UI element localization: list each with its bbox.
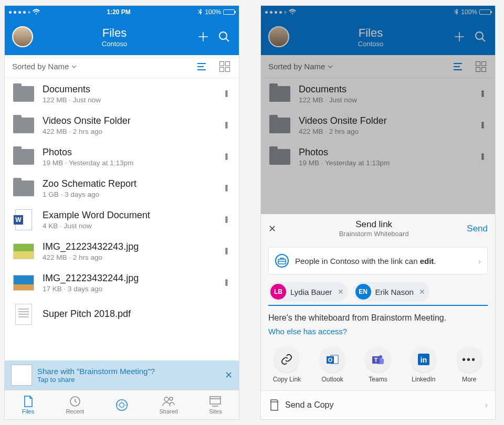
list-item[interactable]: IMG_21223432244.jpg17 KB · 3 days ago••• [5,267,239,299]
share-app-copylink[interactable]: Copy Link [268,346,306,383]
briefcase-icon [275,254,289,268]
banner-dismiss-button[interactable]: ✕ [225,369,233,381]
list-item[interactable]: Zoo Schematic Report1 GB · 3 days ago••• [5,173,239,204]
plus-icon [196,30,210,44]
chevron-down-icon [71,65,77,69]
file-list[interactable]: Documents122 MB · Just now••• Videos Ons… [5,78,239,390]
tab-files[interactable]: Files [5,390,51,419]
svg-text:T: T [374,357,378,363]
send-button[interactable]: Send [467,224,488,234]
avatar-initials: LB [270,284,286,300]
list-item[interactable]: Videos Onsite Folder422 MB · 2 hrs ago••… [5,110,239,141]
signal-dots [9,9,40,15]
battery-icon [223,9,235,15]
list-item[interactable]: IMG_21223432243.jpg422 MB · 2 hrs ago••• [5,236,239,267]
link-icon [274,346,300,373]
item-more-button[interactable]: ••• [221,91,232,97]
more-icon: ••• [456,346,482,373]
linkedin-icon: in [411,346,437,373]
view-grid-button[interactable] [218,60,232,73]
item-more-button[interactable]: ••• [221,185,232,192]
document-icon [15,304,32,325]
app-header: Files Contoso [5,18,239,55]
remove-chip-button[interactable]: ✕ [338,288,344,296]
list-item[interactable]: Super Pitch 2018.pdf [5,299,239,330]
who-has-access-link[interactable]: Who else has access? [261,327,495,341]
folder-icon [13,180,34,196]
add-button[interactable] [196,29,211,44]
people-icon [162,396,175,407]
view-list-button[interactable] [195,60,208,73]
svg-text:in: in [421,356,427,364]
camera-lens-icon [116,399,128,411]
banner-thumbnail [11,365,32,386]
search-button[interactable] [217,29,232,44]
bluetooth-icon [197,9,203,15]
filter-bar: Sorted by Name [5,55,239,78]
share-suggestion-banner[interactable]: Share with "Brainstorm Meeting"? Tap to … [5,360,239,390]
svg-rect-18 [271,402,278,410]
svg-point-0 [219,32,227,39]
item-more-button[interactable]: ••• [221,154,232,160]
share-app-outlook[interactable]: OOutlook [313,346,351,383]
outlook-icon: O [319,346,345,373]
item-more-button[interactable]: ••• [221,217,232,223]
item-more-button[interactable]: ••• [221,248,232,254]
file-icon [22,396,35,407]
recipient-chips: LB Lydia Bauer ✕ EN Erik Nason ✕ [261,279,495,305]
share-app-more[interactable]: •••More [450,346,488,383]
folder-icon [13,86,34,102]
recipient-chip[interactable]: LB Lydia Bauer ✕ [268,282,348,302]
list-item[interactable]: Example Word Document4 KB · Just now••• [5,204,239,236]
header-title: Files [39,26,190,40]
list-view-icon [195,62,208,71]
profile-avatar[interactable] [12,26,33,47]
word-doc-icon [15,209,32,230]
list-item[interactable]: Photos19 MB · Yesterday at 1:13pm••• [5,141,239,173]
phone-right-share-sheet: 100% FilesContoso Sorted by Name Documen… [260,5,496,420]
wifi-icon [33,9,40,15]
status-bar: 1:20 PM 100% [5,6,239,18]
message-text[interactable]: Here's the whiteboard from Brainstorm Me… [261,306,495,327]
folder-icon [13,118,34,133]
battery-percent: 100% [205,8,221,16]
folder-icon [13,149,34,165]
list-item[interactable]: Documents122 MB · Just now••• [5,78,239,110]
bottom-tab-bar: Files Recent Shared Sites [5,390,239,419]
sort-selector[interactable]: Sorted by Name [12,62,77,71]
link-permissions-button[interactable]: People in Contoso with the link can edit… [268,247,488,274]
sheet-subtitle: Brainstorm Whiteboard [281,230,467,238]
remove-chip-button[interactable]: ✕ [419,288,425,296]
svg-point-4 [164,397,169,401]
share-app-linkedin[interactable]: inLinkedIn [405,346,443,383]
item-more-button[interactable]: ••• [221,122,232,129]
image-icon [13,243,34,259]
share-app-teams[interactable]: TTeams [359,346,397,383]
phone-left-files-view: 1:20 PM 100% Files Contoso Sorted by Nam… [4,5,239,420]
send-a-copy-button[interactable]: Send a Copy › [261,390,495,419]
sheet-close-button[interactable]: ✕ [268,223,281,235]
svg-rect-6 [210,397,220,404]
clock-icon [69,396,81,407]
share-apps-row: Copy Link OOutlook TTeams inLinkedIn •••… [261,341,495,390]
avatar-initials: EN [355,284,371,300]
chevron-right-icon: › [485,400,488,410]
tab-recent[interactable]: Recent [51,390,98,419]
tab-sites[interactable]: Sites [192,390,239,419]
tab-shared[interactable]: Shared [145,390,192,419]
teams-icon: T [365,346,391,373]
svg-text:O: O [328,357,333,363]
grid-view-icon [219,61,230,72]
sheet-title: Send link [281,219,467,230]
copy-icon [268,399,279,411]
chevron-right-icon: › [478,257,481,265]
recipient-chip[interactable]: EN Erik Nason ✕ [353,282,429,302]
image-icon [13,275,34,291]
status-time: 1:20 PM [40,8,197,16]
share-sheet: ✕ Send link Brainstorm Whiteboard Send P… [261,214,495,419]
tab-camera[interactable] [98,390,145,419]
permission-text: People in Contoso with the link can edit… [295,257,472,265]
item-more-button[interactable]: ••• [221,280,232,286]
sites-icon [209,396,222,407]
banner-title: Share with "Brainstorm Meeting"? [37,367,219,376]
